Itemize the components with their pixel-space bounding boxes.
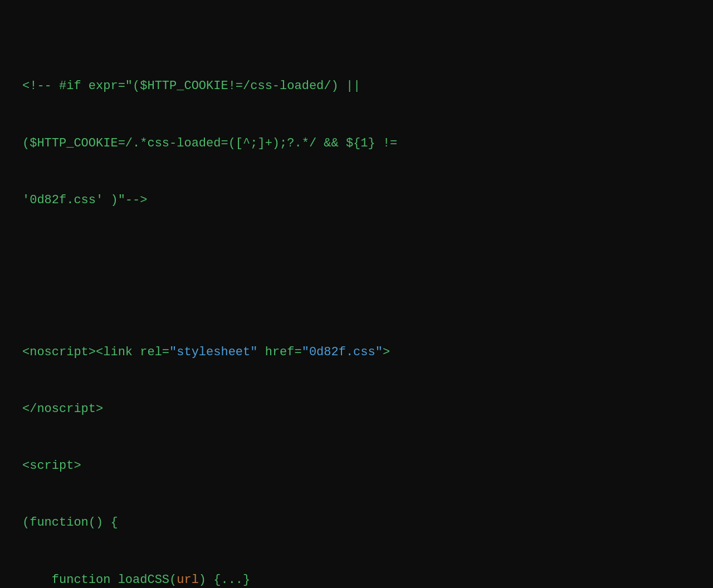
line-blank1 [22, 267, 691, 286]
line-comment-if: <!-- #if expr="($HTTP_COOKIE!=/css-loade… [22, 77, 691, 96]
line-comment-if3: '0d82f.css' )"--> [22, 191, 691, 210]
line-noscript-open: <noscript><link rel="stylesheet" href="0… [22, 343, 691, 362]
line-script-open: <script> [22, 457, 691, 476]
line-comment-if2: ($HTTP_COOKIE=/.*css-loaded=([^;]+);?.*/… [22, 134, 691, 153]
line-iife-open: (function() { [22, 513, 691, 532]
code-viewer: <!-- #if expr="($HTTP_COOKIE!=/css-loade… [22, 20, 691, 588]
line-loadcss: function loadCSS(url) {...} [22, 571, 691, 588]
line-noscript-close: </noscript> [22, 400, 691, 419]
